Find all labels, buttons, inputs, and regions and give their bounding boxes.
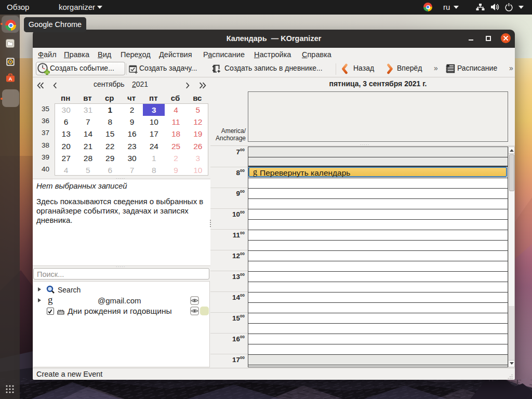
- svg-text:A: A: [9, 76, 12, 82]
